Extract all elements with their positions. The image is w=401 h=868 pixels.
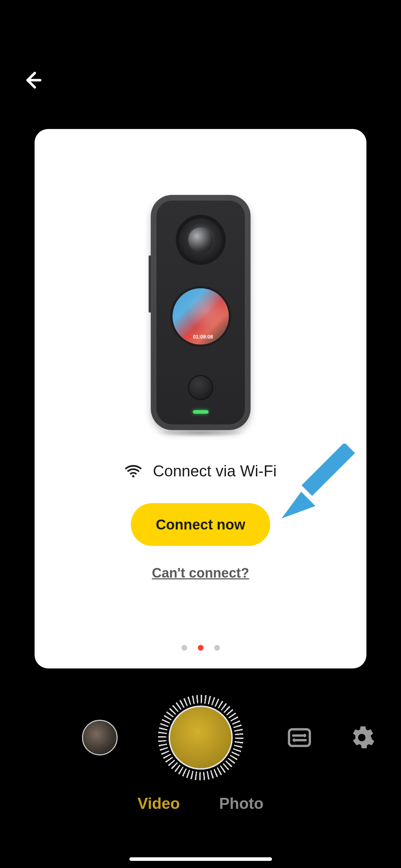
wifi-icon <box>124 462 142 480</box>
gear-icon <box>349 725 375 750</box>
mode-video[interactable]: Video <box>138 795 180 812</box>
cant-connect-link[interactable]: Can't connect? <box>152 565 249 581</box>
svg-rect-4 <box>289 729 310 746</box>
wifi-row: Connect via Wi-Fi <box>124 462 277 480</box>
svg-marker-2 <box>282 492 315 518</box>
page-dot <box>214 645 220 651</box>
back-arrow-icon <box>21 69 43 91</box>
capture-controls <box>0 691 401 784</box>
camera-status-led <box>193 410 209 414</box>
shutter-ring <box>158 695 243 780</box>
camera-screen: 01:09:08 <box>170 286 231 347</box>
mode-selector: Video Photo <box>0 795 401 812</box>
camera-illustration: 01:09:08 <box>151 195 251 434</box>
wifi-connect-card: 01:09:08 Connect via Wi-Fi Connect now C… <box>35 129 366 668</box>
sliders-icon <box>287 725 312 750</box>
camera-side-button <box>149 255 151 312</box>
back-button[interactable] <box>20 68 45 93</box>
camera-shutter-button <box>188 375 213 400</box>
gallery-thumbnail[interactable] <box>82 720 118 755</box>
svg-point-6 <box>303 734 306 737</box>
camera-timecode: 01:09:08 <box>188 334 213 340</box>
camera-inner: 01:09:08 <box>156 201 245 424</box>
mode-photo[interactable]: Photo <box>219 795 264 812</box>
settings-button[interactable] <box>348 723 376 752</box>
hint-arrow-icon <box>274 444 356 527</box>
page-indicator <box>181 645 220 651</box>
home-indicator[interactable] <box>129 857 272 861</box>
camera-lens <box>176 215 226 265</box>
connect-now-button[interactable]: Connect now <box>131 503 270 546</box>
adjust-button[interactable] <box>285 723 314 752</box>
svg-point-8 <box>293 739 296 742</box>
page-dot-active <box>198 645 204 651</box>
page-dot <box>181 645 187 651</box>
wifi-label: Connect via Wi-Fi <box>153 462 277 480</box>
svg-point-1 <box>132 475 134 477</box>
svg-rect-3 <box>302 444 355 496</box>
camera-body: 01:09:08 <box>151 195 251 430</box>
camera-shadow <box>154 429 247 437</box>
shutter-dial-icon <box>158 695 243 780</box>
